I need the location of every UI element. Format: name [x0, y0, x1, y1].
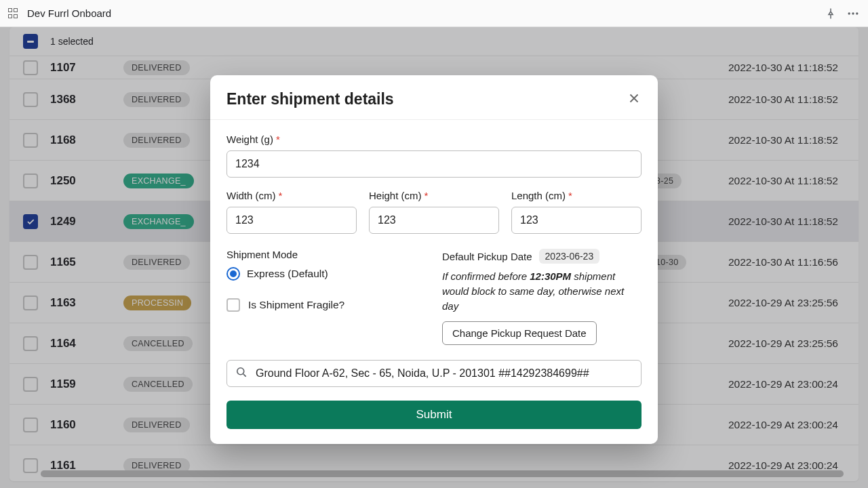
svg-point-0 [848, 12, 850, 14]
width-label: Width (cm)* [226, 190, 357, 201]
change-pickup-button[interactable]: Change Pickup Request Date [442, 321, 597, 345]
radio-checked-icon [226, 267, 240, 281]
svg-point-1 [852, 12, 854, 14]
height-input[interactable] [369, 207, 499, 234]
svg-point-2 [856, 12, 858, 14]
pickup-note: If confirmed before 12:30PM shipment wou… [442, 269, 642, 313]
close-icon[interactable] [627, 91, 642, 108]
mode-label: Shipment Mode [226, 249, 426, 260]
weight-label: Weight (g)* [226, 134, 642, 145]
width-input[interactable] [226, 207, 357, 234]
shipment-modal: Enter shipment details Weight (g)* Width… [210, 75, 658, 444]
fragile-label: Is Shipment Fragile? [248, 299, 344, 311]
more-icon[interactable] [846, 7, 860, 20]
topbar: Dev Furrl Onboard [0, 0, 868, 27]
search-icon [235, 365, 248, 382]
address-search-input[interactable] [226, 360, 642, 387]
modal-title: Enter shipment details [226, 90, 394, 108]
length-input[interactable] [511, 207, 642, 234]
fragile-checkbox[interactable] [226, 298, 240, 312]
mode-express-radio[interactable]: Express (Default) [226, 267, 426, 281]
pickup-label: Default Pickup Date [442, 251, 532, 262]
height-label: Height (cm)* [369, 190, 499, 201]
length-label: Length (cm)* [511, 190, 642, 201]
pin-icon[interactable] [825, 7, 837, 20]
mode-option-label: Express (Default) [247, 268, 328, 280]
apps-icon[interactable] [8, 8, 19, 19]
submit-button[interactable]: Submit [226, 401, 642, 429]
page-title: Dev Furrl Onboard [27, 7, 111, 19]
svg-point-3 [237, 368, 244, 375]
weight-input[interactable] [226, 150, 642, 178]
pickup-date-pill: 2023-06-23 [539, 249, 600, 264]
